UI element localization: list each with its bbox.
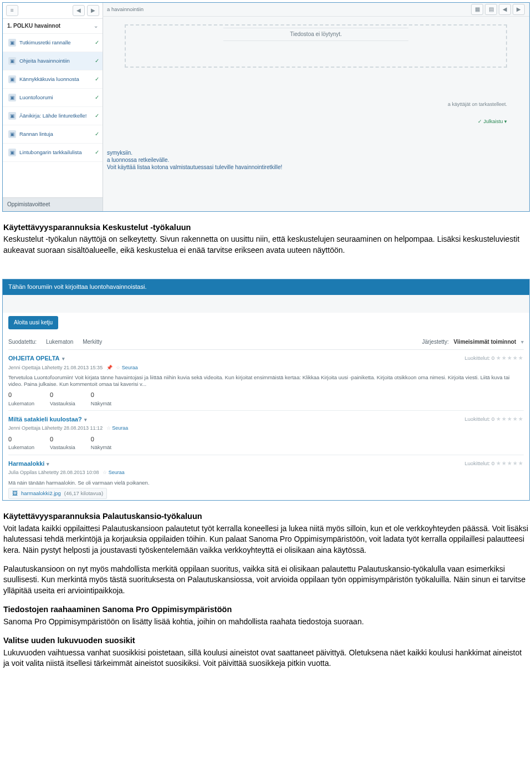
- sidebar-list: ▣ Tutkimusretki rannalle ✓ ▣ Ohjeita hav…: [3, 34, 103, 162]
- filter-unread[interactable]: Lukematon: [46, 339, 73, 345]
- check-icon: ✓: [95, 39, 99, 47]
- sidebar-item[interactable]: ▣ Äänikirja: Lähde linturetkelle! ✓: [3, 107, 103, 125]
- heading: Käytettävyysparannuksia Keskustelut -työ…: [3, 222, 529, 233]
- section-heading: 1. POLKU havainnot ⌄: [3, 19, 103, 34]
- attachment-size: (46,17 kilotavua): [64, 490, 103, 497]
- doc-icon: ▣: [8, 130, 16, 138]
- rating: Luokittelut: 0 ★★★★★: [464, 460, 524, 467]
- doc-icon[interactable]: ▤: [485, 4, 497, 15]
- prev-icon[interactable]: ◀: [499, 4, 511, 15]
- sidebar: ≡ ◀ ▶ 1. POLKU havainnot ⌄ ▣ Tutkimusret…: [3, 3, 103, 211]
- rating: Luokittelut: 0 ★★★★★: [464, 354, 524, 361]
- thread-title: Harmaalokki▾: [8, 460, 125, 468]
- chevron-down-icon[interactable]: ▾: [47, 461, 49, 467]
- section-title: 1. POLKU havainnot: [7, 22, 60, 30]
- main-area: a havainnointiin ▦ ▤ ◀ ▶ Tiedostoa ei lö…: [103, 3, 529, 211]
- heading: Tiedostojen raahaaminen Sanoma Pro Oppim…: [3, 604, 529, 615]
- check-icon: ✓: [95, 94, 99, 101]
- check-icon: ✓: [95, 75, 99, 83]
- follow-link[interactable]: Seuraa: [122, 365, 138, 370]
- sidebar-item-label: Tutkimusretki rannalle: [19, 40, 91, 45]
- blue-line: a luonnossa retkeilevälle.: [107, 156, 525, 164]
- sidebar-item-label: Luontofoorumi: [19, 95, 91, 100]
- sidebar-item[interactable]: ▣ Luontofoorumi ✓: [3, 89, 103, 107]
- sidebar-item[interactable]: ▣ Lintubongarin tarkkailulista ✓: [3, 144, 103, 162]
- attachment-name: harmaalokki2.jpg: [21, 490, 61, 497]
- sidebar-item-label: Kännykkäkuvia luonnosta: [19, 77, 91, 82]
- screenshot-course-outline: ≡ ◀ ▶ 1. POLKU havainnot ⌄ ▣ Tutkimusret…: [2, 2, 530, 212]
- stars-icon: ★★★★★: [496, 355, 524, 361]
- star-icon[interactable]: ☆: [106, 425, 111, 431]
- heading: Käytettävyysparannuksia Palautuskansio-t…: [3, 511, 529, 522]
- thread-stats: 0Lukematon 0Vastauksia 0Näkymät: [8, 391, 524, 407]
- forum-thread[interactable]: Miltä satakieli kuulostaa?▾ Jenni Opetta…: [8, 411, 524, 455]
- chevron-down-icon[interactable]: ▾: [521, 339, 524, 345]
- sidebar-toolbar: ≡ ◀ ▶: [3, 3, 103, 19]
- forum-body: Aloita uusi ketju Suodatettu: Lukematon …: [3, 313, 529, 500]
- follow-link[interactable]: Seuraa: [112, 425, 128, 431]
- chevron-down-icon[interactable]: ⌄: [94, 22, 98, 30]
- pin-icon: 📌: [106, 365, 112, 370]
- prev-icon[interactable]: ◀: [73, 5, 85, 16]
- star-icon[interactable]: ☆: [103, 470, 107, 475]
- star-icon[interactable]: ☆: [116, 365, 120, 370]
- file-drop-area[interactable]: Tiedostoa ei löytynyt.: [125, 24, 507, 68]
- next-icon[interactable]: ▶: [513, 4, 525, 15]
- image-icon: 🖼: [12, 490, 18, 497]
- thread-body: Mä näin tänään harmaalokin. Se oli varma…: [8, 480, 524, 486]
- doc-section: Käytettävyysparannuksia Keskustelut -työ…: [0, 222, 532, 277]
- doc-icon: ▣: [8, 57, 16, 65]
- filter-label: Suodatettu:: [8, 339, 37, 345]
- sidebar-item[interactable]: ▣ Rannan lintuja ✓: [3, 125, 103, 144]
- file-not-found-label: Tiedostoa ei löytynyt.: [223, 28, 408, 41]
- thread-meta: Julia Oppilas Lähetetty 28.08.2013 10:08…: [8, 469, 125, 476]
- thread-meta: Jenni Opettaja Lähetetty 21.08.2013 15:3…: [8, 364, 138, 371]
- paragraph: Keskustelut -työkalun näyttöjä on selkey…: [3, 234, 529, 256]
- sidebar-item-label: Äänikirja: Lähde linturetkelle!: [19, 113, 91, 119]
- truncated-title: a havainnointiin: [107, 6, 144, 13]
- new-thread-button[interactable]: Aloita uusi ketju: [8, 316, 58, 329]
- sort-label: Järjestetty:: [422, 339, 448, 345]
- follow-link[interactable]: Seuraa: [109, 470, 125, 475]
- forum-thread[interactable]: Harmaalokki▾ Julia Oppilas Lähetetty 28.…: [8, 455, 524, 501]
- paragraph: Voit ladata kaikki oppilaittesi Palautus…: [3, 523, 529, 556]
- paragraph: Lukuvuoden vaihtuessa vanhat suosikkisi …: [3, 648, 529, 669]
- chevron-down-icon[interactable]: ▾: [62, 356, 65, 361]
- doc-icon: ▣: [8, 94, 16, 101]
- published-status[interactable]: ✓ Julkaistu ▾: [103, 118, 507, 125]
- paragraph: Palautuskansioon on nyt myös mahdollista…: [3, 564, 529, 597]
- sidebar-item-label: Lintubongarin tarkkailulista: [19, 150, 91, 155]
- sidebar-item[interactable]: ▣ Tutkimusretki rannalle ✓: [3, 34, 103, 52]
- filter-row: Suodatettu: Lukematon Merkitty Järjestet…: [8, 335, 524, 350]
- doc-icon: ▣: [8, 39, 16, 47]
- paragraph: Sanoma Pro Oppimisympäristöön on lisätty…: [3, 617, 529, 628]
- filter-marked[interactable]: Merkitty: [83, 339, 102, 345]
- grid-icon[interactable]: ▦: [471, 4, 483, 15]
- sidebar-item-label: Rannan lintuja: [19, 131, 91, 137]
- sidebar-footer[interactable]: Oppimistavoitteet: [3, 197, 103, 211]
- screenshot-forum: Tähän foorumiin voit kirjoittaa luontoha…: [2, 279, 530, 501]
- sidebar-item[interactable]: ▣ Kännykkäkuvia luonnosta ✓: [3, 70, 103, 89]
- next-icon[interactable]: ▶: [87, 5, 99, 16]
- doc-icon: ▣: [8, 149, 16, 156]
- chevron-down-icon[interactable]: ▾: [84, 417, 87, 422]
- thread-body: Tervetuloa Luontofoorumiin! Voit kirjata…: [8, 374, 524, 388]
- forum-topbar: Tähän foorumiin voit kirjoittaa luontoha…: [3, 279, 529, 295]
- thread-title: OHJEITA OPELTA▾: [8, 354, 138, 363]
- doc-section: Käytettävyysparannuksia Palautuskansio-t…: [0, 511, 532, 690]
- check-icon: ✓: [95, 112, 99, 120]
- attachment[interactable]: 🖼 harmaalokki2.jpg (46,17 kilotavua): [8, 488, 107, 498]
- blue-line: symyksiin.: [107, 149, 525, 156]
- forum-thread[interactable]: OHJEITA OPELTA▾ Jenni Opettaja Lähetetty…: [8, 350, 524, 410]
- thread-meta: Jenni Opettaja Lähetetty 28.08.2013 11:1…: [8, 425, 128, 432]
- sidebar-item[interactable]: ▣ Ohjeita havainnointiin ✓: [3, 52, 103, 70]
- sort-value[interactable]: Viimeisimmät toiminnot: [454, 339, 516, 345]
- check-icon: ✓: [95, 149, 99, 156]
- sidebar-item-label: Ohjeita havainnointiin: [19, 58, 91, 64]
- check-icon: ✓: [95, 57, 99, 65]
- stars-icon: ★★★★★: [496, 416, 524, 422]
- visit-row: a käyttäjät on tarkastelleet.: [103, 101, 507, 108]
- stars-icon: ★★★★★: [496, 460, 524, 466]
- list-icon[interactable]: ≡: [6, 5, 18, 16]
- doc-icon: ▣: [8, 75, 16, 83]
